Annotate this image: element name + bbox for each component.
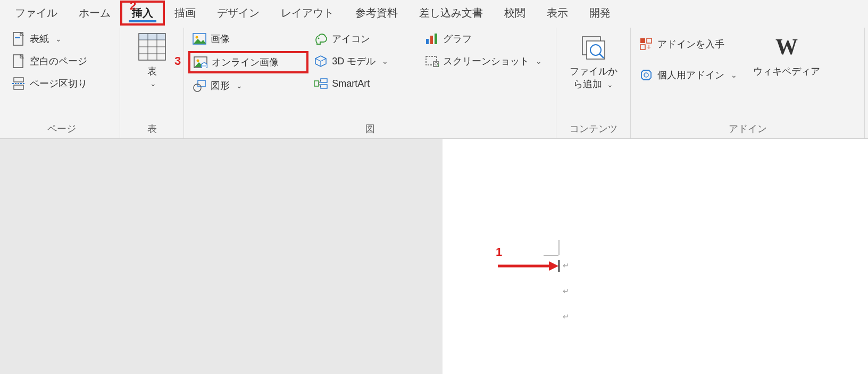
group-addins: + アドインを入手 個人用アドイン ⌄ W ウィキペディア [631,28,865,138]
icons-icon [314,32,328,46]
chart-label: グラフ [443,32,472,45]
paragraph-mark-icon: ↵ [563,261,569,270]
my-addins-icon [639,68,653,82]
chevron-down-icon: ⌄ [731,71,737,79]
page-break-button[interactable]: ページ区切り [9,74,90,93]
document-page[interactable]: ↵ ↵ ↵ [558,255,771,374]
chevron-down-icon: ⌄ [236,81,243,90]
group-pages-label: ページ [9,119,114,135]
workspace: ↵ ↵ ↵ 1 [0,139,868,374]
group-illustrations-label: 図 [189,119,550,135]
chevron-down-icon: ⌄ [55,35,62,43]
smartart-icon [314,77,328,90]
paragraph-mark-icon: ↵ [563,312,569,321]
pictures-button[interactable]: 画像 [189,30,307,48]
page-break-label: ページ区切り [30,77,87,90]
blank-page-icon [12,54,26,68]
smartart-button[interactable]: SmartArt [311,74,419,93]
my-addins-label: 個人用アドイン [657,69,724,81]
document-background [0,139,443,374]
smartart-label: SmartArt [332,78,370,89]
paragraph-mark-icon: ↵ [563,287,569,295]
tab-insert[interactable]: 挿入 [121,2,164,24]
icons-label: アイコン [332,32,370,45]
group-content-label: コンテンツ [562,119,625,135]
svg-text:+: + [437,62,439,67]
ribbon-body: 表紙 ⌄ 空白のページ ページ区切り [0,26,868,138]
tab-view[interactable]: 表示 [536,2,579,24]
3d-models-label: 3D モデル [332,55,375,68]
online-pictures-label: オンライン画像 [212,56,279,69]
pictures-label: 画像 [211,32,230,45]
svg-rect-1 [15,37,20,38]
chevron-down-icon: ⌄ [150,79,156,88]
tab-draw[interactable]: 描画 [164,2,206,24]
chevron-down-icon: ⌄ [607,80,613,89]
tab-layout[interactable]: レイアウト [270,2,345,24]
cover-page-label: 表紙 [30,32,49,45]
group-tables: 表⌄ 表 [120,28,184,138]
svg-rect-21 [314,81,319,86]
svg-rect-22 [321,79,327,82]
pictures-icon [193,32,206,46]
table-icon [137,32,167,62]
icons-button[interactable]: アイコン [311,30,419,48]
svg-point-16 [197,60,199,62]
cover-page-button[interactable]: 表紙 ⌄ [9,30,90,48]
chart-button[interactable]: グラフ [422,30,550,48]
chevron-down-icon: ⌄ [382,57,388,65]
screenshot-icon: + [425,54,439,68]
svg-text:+: + [647,43,651,51]
tab-file[interactable]: ファイル [4,2,68,24]
svg-rect-3 [14,78,23,82]
3d-models-button[interactable]: 3D モデル ⌄ [311,52,419,70]
my-addins-button[interactable]: 個人用アドイン ⌄ [636,66,740,84]
annotation-1: 1 [496,245,502,259]
svg-point-20 [318,38,320,39]
svg-rect-39 [640,45,645,49]
online-pictures-icon [194,55,207,69]
chart-icon [425,32,439,46]
screenshot-button[interactable]: + スクリーンショット ⌄ [422,52,550,70]
ribbon-tabs: ファイル ホーム 2 挿入 描画 デザイン レイアウト 参考資料 差し込み文書 … [0,0,868,26]
tab-developer[interactable]: 開発 [579,2,621,24]
svg-rect-28 [435,34,437,44]
get-addins-button[interactable]: + アドインを入手 [636,35,740,53]
page-break-icon [12,77,26,90]
get-addins-icon: + [639,37,653,51]
group-tables-label: 表 [126,119,178,135]
document-page-area[interactable]: ↵ ↵ ↵ 1 [443,139,868,374]
svg-rect-23 [321,85,327,88]
cover-page-icon [12,32,26,46]
group-content: ファイルから追加 ⌄ コンテンツ [556,28,631,138]
tab-design[interactable]: デザイン [206,2,270,24]
reuse-files-icon [579,32,608,62]
svg-rect-4 [14,85,23,89]
wikipedia-icon: W [772,32,802,62]
ribbon: ファイル ホーム 2 挿入 描画 デザイン レイアウト 参考資料 差し込み文書 … [0,0,868,139]
online-pictures-button[interactable]: オンライン画像 [189,52,307,72]
screenshot-label: スクリーンショット [443,55,529,68]
svg-rect-27 [430,36,433,44]
shapes-button[interactable]: 図形 ⌄ [189,77,307,95]
wikipedia-label: ウィキペディア [753,65,820,78]
tab-review[interactable]: 校閲 [494,2,536,24]
tab-mailings[interactable]: 差し込み文書 [408,2,494,24]
blank-page-label: 空白のページ [30,55,87,68]
annotation-arrow-icon [496,258,560,274]
blank-page-button[interactable]: 空白のページ [9,52,90,70]
tab-references[interactable]: 参考資料 [345,2,408,24]
shapes-label: 図形 [211,79,230,92]
3d-models-icon [314,54,328,68]
table-button[interactable]: 表⌄ [131,30,173,91]
svg-rect-37 [640,38,645,43]
group-illustrations: 画像 オンライン画像 図形 ⌄ [184,28,556,138]
svg-point-14 [196,36,198,39]
wikipedia-button[interactable]: W ウィキペディア [749,30,824,80]
reuse-files-button[interactable]: ファイルから追加 ⌄ [562,30,625,93]
tab-home[interactable]: ホーム [68,2,121,24]
group-pages: 表紙 ⌄ 空白のページ ページ区切り [3,28,120,138]
margin-guide-h [544,255,558,256]
svg-rect-12 [139,34,165,40]
reuse-files-label: ファイルから追加 ⌄ [566,65,621,90]
